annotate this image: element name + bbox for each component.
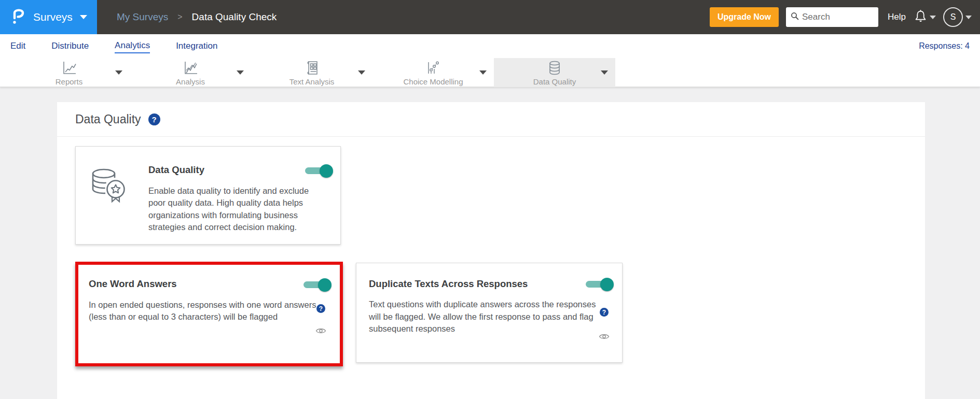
data-quality-dropdown-caret[interactable]	[601, 70, 608, 75]
line-chart-icon	[61, 60, 77, 76]
chevron-down-icon	[965, 16, 972, 19]
tab-data-quality[interactable]: Data Quality	[494, 58, 615, 87]
reports-dropdown-caret[interactable]	[115, 70, 122, 75]
search-box[interactable]	[786, 7, 878, 27]
data-quality-panel: Data Quality ? Data Quality	[57, 102, 925, 399]
database-star-badge-icon	[88, 166, 133, 244]
responses-count[interactable]: Responses: 4	[919, 41, 970, 51]
page-help-icon[interactable]: ?	[148, 113, 160, 125]
brand-surveys-menu[interactable]: Surveys	[0, 0, 97, 34]
header-actions: Upgrade Now Help S	[710, 7, 972, 27]
breadcrumb-separator: >	[177, 12, 182, 22]
survey-nav: Edit Distribute Analytics Integration Re…	[0, 34, 980, 58]
card-description: Text questions with duplicate answers ac…	[369, 298, 598, 335]
one-word-answers-help-icon[interactable]: ?	[316, 304, 325, 313]
card-description: Enable data quality to identify and excl…	[148, 185, 320, 234]
card-title: One Word Answers	[89, 278, 177, 290]
chevron-down-icon	[80, 15, 87, 19]
duplicate-texts-toggle[interactable]	[586, 278, 614, 291]
avatar: S	[943, 7, 963, 27]
card-title: Data Quality	[148, 164, 204, 176]
breadcrumb-my-surveys[interactable]: My Surveys	[117, 11, 168, 23]
top-header: Surveys My Surveys > Data Quality Check …	[0, 0, 980, 34]
tab-analysis[interactable]: Analysis	[130, 58, 251, 87]
one-word-answers-toggle[interactable]	[303, 278, 332, 292]
document-grid-icon	[303, 60, 320, 76]
title-divider	[57, 136, 925, 137]
chevron-down-icon	[930, 16, 936, 19]
brand-label: Surveys	[33, 11, 73, 23]
scatter-chart-icon	[425, 60, 441, 76]
bell-icon	[914, 9, 927, 25]
account-menu[interactable]: S	[943, 7, 972, 27]
notifications-control[interactable]	[914, 9, 936, 25]
card-data-quality: Data Quality Enable data quality to iden…	[75, 146, 341, 245]
card-description: In open ended questions, responses with …	[89, 299, 323, 323]
nav-item-distribute[interactable]: Distribute	[51, 39, 89, 53]
nav-item-integration[interactable]: Integration	[176, 39, 217, 53]
nav-item-analytics[interactable]: Analytics	[115, 39, 150, 53]
eye-icon[interactable]	[315, 327, 326, 336]
help-link[interactable]: Help	[888, 12, 906, 22]
tab-text-analysis[interactable]: Text Analysis	[251, 58, 372, 87]
tab-reports[interactable]: Reports	[8, 58, 130, 87]
tab-choice-modelling[interactable]: Choice Modelling	[372, 58, 494, 87]
database-icon	[546, 60, 563, 76]
multi-line-chart-icon	[182, 60, 199, 76]
search-icon	[791, 12, 799, 22]
eye-icon[interactable]	[599, 333, 610, 342]
page-title: Data Quality	[75, 112, 141, 126]
search-input[interactable]	[802, 12, 874, 22]
card-title: Duplicate Texts Across Responses	[369, 278, 528, 289]
upgrade-now-button[interactable]: Upgrade Now	[710, 7, 779, 27]
analysis-dropdown-caret[interactable]	[237, 70, 244, 75]
text-analysis-dropdown-caret[interactable]	[358, 70, 365, 75]
data-quality-toggle[interactable]	[305, 164, 333, 178]
breadcrumb-current: Data Quality Check	[192, 11, 277, 23]
questionpro-logo-icon	[11, 7, 25, 27]
breadcrumb: My Surveys > Data Quality Check	[117, 11, 277, 23]
duplicate-texts-help-icon[interactable]: ?	[600, 308, 609, 317]
analytics-toolbar: Reports Analysis	[0, 58, 980, 87]
choice-modelling-dropdown-caret[interactable]	[479, 70, 487, 75]
card-duplicate-texts: Duplicate Texts Across Responses Text qu…	[356, 263, 623, 363]
nav-item-edit[interactable]: Edit	[10, 39, 25, 53]
card-one-word-answers: One Word Answers In open ended questions…	[75, 262, 343, 366]
